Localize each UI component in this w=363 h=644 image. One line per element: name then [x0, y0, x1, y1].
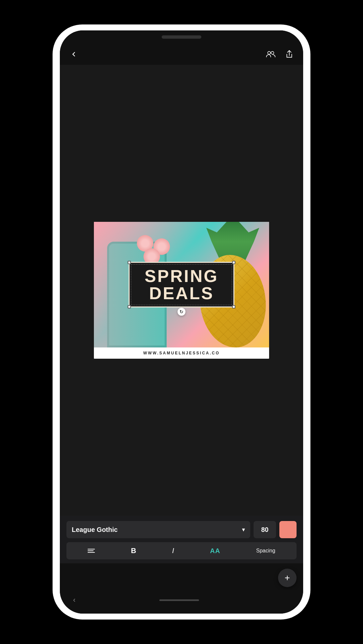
spacing-button[interactable]: Spacing — [252, 545, 279, 556]
canvas-bottom-bar: WWW.SAMUELNJESSICA.CO — [94, 347, 269, 359]
font-name-label: League Gothic — [72, 526, 118, 534]
website-url: WWW.SAMUELNJESSICA.CO — [94, 351, 269, 355]
add-icon: + — [285, 573, 290, 583]
canvas-main-text[interactable]: SPRING DEALS — [140, 267, 223, 302]
dropdown-arrow-icon: ▾ — [242, 526, 245, 533]
status-bar — [60, 30, 303, 44]
font-dropdown[interactable]: League Gothic ▾ — [66, 521, 250, 538]
back-button[interactable] — [68, 48, 80, 60]
aa-icon: AA — [210, 547, 220, 555]
svg-point-0 — [268, 52, 270, 54]
align-icon — [88, 549, 95, 553]
canvas-image: SPRING DEALS ↻ — [94, 222, 269, 347]
italic-button[interactable]: I — [168, 544, 178, 558]
canvas-area: SPRING DEALS ↻ WWW.SAMUELNJESSICA.CO — [60, 65, 303, 516]
handle-top-left[interactable] — [128, 261, 131, 264]
bold-button[interactable]: B — [127, 544, 140, 558]
home-indicator[interactable] — [159, 599, 199, 601]
handle-top-right[interactable] — [232, 261, 235, 264]
toolbar-area: League Gothic ▾ 80 B — [60, 516, 303, 563]
top-nav — [60, 44, 303, 65]
bold-icon: B — [131, 546, 136, 555]
toolbar-row-1: League Gothic ▾ 80 — [66, 521, 297, 538]
collaborate-button[interactable] — [265, 48, 277, 60]
handle-bottom-left[interactable] — [128, 305, 131, 308]
add-button[interactable]: + — [278, 569, 297, 587]
share-button[interactable] — [283, 48, 295, 60]
aa-button[interactable]: AA — [206, 544, 224, 557]
phone-screen: SPRING DEALS ↻ WWW.SAMUELNJESSICA.CO Lea… — [60, 30, 303, 614]
bottom-action-area: + — [60, 563, 303, 590]
rotate-handle[interactable]: ↻ — [178, 308, 185, 316]
bottom-nav: ‹ — [60, 590, 303, 614]
bottom-back-button[interactable]: ‹ — [73, 596, 75, 604]
align-line-2 — [88, 550, 94, 551]
align-line-1 — [88, 549, 95, 549]
design-canvas[interactable]: SPRING DEALS ↻ WWW.SAMUELNJESSICA.CO — [94, 222, 269, 359]
text-overlay-box[interactable]: SPRING DEALS ↻ — [129, 262, 234, 307]
align-line-3 — [88, 552, 95, 553]
status-pill — [162, 35, 201, 39]
phone-frame: SPRING DEALS ↻ WWW.SAMUELNJESSICA.CO Lea… — [53, 24, 310, 620]
font-size-box[interactable]: 80 — [254, 521, 276, 538]
align-button[interactable] — [84, 546, 99, 555]
italic-icon: I — [172, 546, 174, 555]
font-size-value: 80 — [261, 526, 268, 534]
color-swatch[interactable] — [279, 521, 297, 538]
handle-bottom-right[interactable] — [232, 305, 235, 308]
spacing-label: Spacing — [256, 548, 275, 554]
toolbar-row-2: B I AA Spacing — [66, 542, 297, 559]
svg-point-1 — [271, 52, 274, 54]
nav-right-icons — [265, 48, 295, 60]
